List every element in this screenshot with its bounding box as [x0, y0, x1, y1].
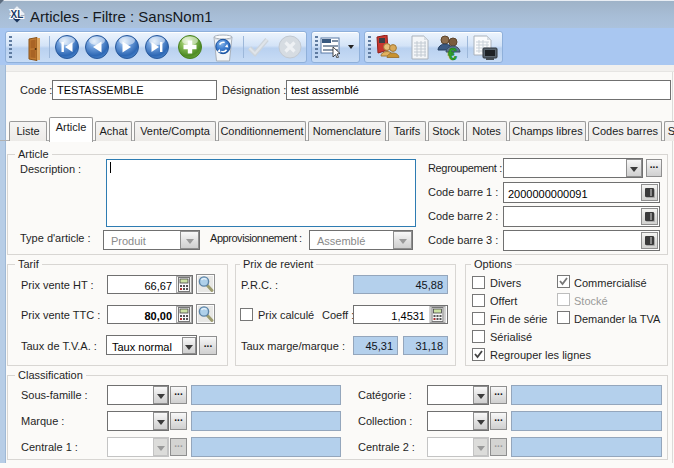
svg-text:€: €	[448, 46, 457, 61]
svg-text:XL: XL	[11, 9, 24, 20]
